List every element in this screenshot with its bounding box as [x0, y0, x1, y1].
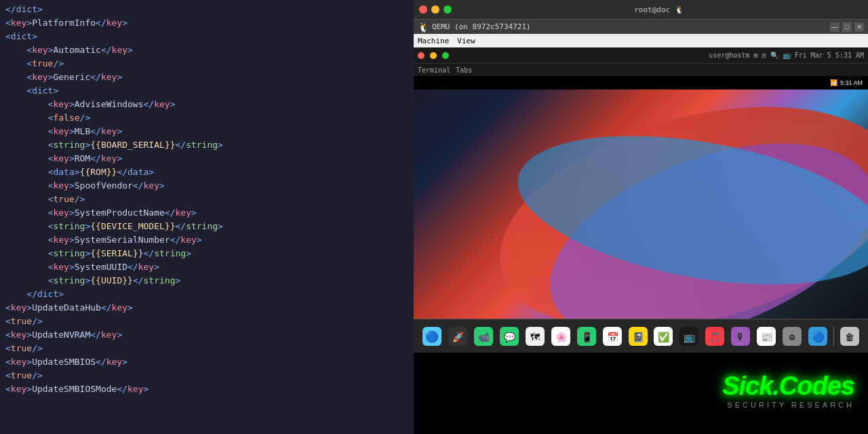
dock-notes[interactable]: 📓	[627, 324, 650, 349]
inner-topbar: user@hostm ⊞ ⊟ 🔍 📺 Fri Mar 5 5:31 AM	[414, 47, 868, 64]
svg-text:📹: 📹	[477, 332, 490, 343]
macos-wifi-icon: 📶	[830, 79, 837, 86]
code-line: <string>{{UUID}}</string>	[0, 274, 414, 288]
qemu-titlebar: 🐧 QEMU (on 8972c5734721) — □ ✕	[414, 19, 868, 34]
dock-music[interactable]: 🎵	[703, 324, 726, 349]
qemu-close-button[interactable]: ✕	[854, 22, 864, 32]
inner-user: user@hostm	[709, 52, 749, 59]
svg-text:📱: 📱	[580, 332, 593, 343]
inner-icon3: 🔍	[770, 52, 778, 59]
code-line: <key>UpdateDataHub</key>	[0, 301, 414, 315]
dock-tv[interactable]: 📺	[677, 324, 701, 349]
qemu-window: 🐧 QEMU (on 8972c5734721) — □ ✕ Machine V…	[414, 19, 868, 353]
svg-text:🔵: 🔵	[425, 330, 439, 343]
inner-icon4: 📺	[783, 52, 791, 59]
inner-minimize-dot[interactable]	[430, 52, 437, 59]
inner-close-dot[interactable]	[418, 52, 425, 59]
code-line: <false/>	[0, 111, 414, 125]
sickcodes-subtitle: SECURITY RESEARCH	[727, 401, 854, 409]
dock-reminders[interactable]: ✅	[652, 324, 675, 349]
code-line: <true/>	[0, 193, 414, 206]
svg-text:📓: 📓	[632, 332, 644, 343]
svg-text:⚙️: ⚙️	[789, 332, 795, 342]
svg-text:✅: ✅	[658, 332, 670, 343]
dock-system-prefs[interactable]: ⚙️	[781, 324, 804, 349]
code-line: <key>MLB</key>	[0, 125, 414, 138]
datetime: Fri Mar 5 5:31 AM	[795, 52, 864, 59]
dock-launchpad[interactable]: 🚀	[446, 324, 469, 349]
terminal-maximize-dot[interactable]	[443, 5, 452, 14]
code-line: <key>ROM</key>	[0, 152, 414, 165]
dock-finder[interactable]: 🔵	[420, 324, 443, 349]
code-line: <true/>	[0, 369, 414, 382]
code-line: <key>UpdateSMBIOS</key>	[0, 355, 414, 369]
qemu-title-controls: — □ ✕	[830, 22, 864, 32]
menu-view[interactable]: View	[457, 37, 475, 45]
dock-calendar[interactable]: 📅	[601, 324, 624, 349]
dock-photos[interactable]: 🌸	[549, 324, 572, 349]
tab-bar: Terminal Tabs	[414, 64, 868, 76]
macos-time: 5:31 AM	[840, 79, 863, 86]
tab-tabs[interactable]: Tabs	[456, 66, 472, 74]
menu-machine[interactable]: Machine	[418, 37, 449, 45]
tab-terminal[interactable]: Terminal	[418, 66, 450, 74]
code-line: <key>SystemSerialNumber</key>	[0, 233, 414, 247]
dock-podcasts[interactable]: 🎙	[729, 324, 752, 349]
inner-terminal: user@hostm ⊞ ⊟ 🔍 📺 Fri Mar 5 5:31 AM Ter…	[414, 47, 868, 353]
qemu-title-text: QEMU (on 8972c5734721)	[432, 22, 531, 31]
qemu-menubar: Machine View	[414, 34, 868, 47]
dock-maps[interactable]: 🗺	[524, 324, 547, 349]
code-line: </dict>	[0, 3, 414, 16]
code-line: </dict>	[0, 288, 414, 301]
dock-trash[interactable]: 🗑	[838, 324, 861, 349]
dock-facetime[interactable]: 📹	[472, 324, 495, 349]
code-editor: </dict> <key>PlatformInfo</key> <dict> <…	[0, 0, 414, 434]
code-line: <key>Automatic</key>	[0, 43, 414, 57]
svg-text:🌸: 🌸	[555, 332, 567, 343]
svg-text:📅: 📅	[606, 332, 618, 343]
terminal-close-dot[interactable]	[419, 5, 427, 14]
macos-topbar-icons: 📶 5:31 AM	[830, 79, 863, 86]
macos-topbar: 📶 5:31 AM	[414, 76, 868, 90]
dock-separator	[833, 326, 834, 347]
code-line: <key>AdviseWindows</key>	[0, 98, 414, 111]
dock-messages[interactable]: 💬	[498, 324, 521, 349]
code-line: <key>UpdateSMBIOSMode</key>	[0, 382, 414, 396]
svg-text:🔵: 🔵	[812, 332, 825, 343]
dock-unknown[interactable]: 🔵	[806, 324, 829, 349]
inner-icon1: ⊞	[754, 52, 758, 59]
inner-maximize-dot[interactable]	[442, 52, 449, 59]
svg-text:🚀: 🚀	[452, 332, 464, 343]
sickcodes-branding: Sick.Codes SECURITY RESEARCH	[414, 353, 868, 434]
svg-text:📺: 📺	[684, 332, 696, 343]
code-line: <key>UpdateNVRAM</key>	[0, 328, 414, 342]
svg-text:🎙: 🎙	[736, 332, 745, 342]
code-line: <true/>	[0, 342, 414, 355]
macos-dock: 🔵 🚀 📹 💬 🗺 🌸	[414, 319, 868, 353]
dock-facetime2[interactable]: 📱	[575, 324, 598, 349]
code-line: <string>{{BOARD_SERIAL}}</string>	[0, 138, 414, 152]
svg-text:🗺: 🗺	[530, 332, 540, 342]
code-line: <data>{{ROM}}</data>	[0, 165, 414, 179]
right-panel: root@doc 🐧 🐧 QEMU (on 8972c5734721) — □ …	[414, 0, 868, 434]
code-line: <key>PlatformInfo</key>	[0, 16, 414, 30]
inner-icon2: ⊟	[762, 52, 766, 59]
qemu-icon: 🐧	[418, 22, 429, 33]
qemu-title-left: 🐧 QEMU (on 8972c5734721)	[418, 22, 531, 33]
code-line: <dict>	[0, 30, 414, 43]
svg-text:🗑: 🗑	[845, 332, 854, 342]
svg-text:📰: 📰	[761, 332, 773, 343]
code-line: <string>{{DEVICE_MODEL}}</string>	[0, 220, 414, 233]
code-line: <dict>	[0, 84, 414, 98]
macos-desktop: 📶 5:31 AM sc.c:392: :4745:(_s le or di s…	[414, 76, 868, 353]
code-line: <key>SpoofVendor</key>	[0, 179, 414, 193]
terminal-topbar: root@doc 🐧	[414, 0, 868, 19]
code-line: <key>Generic</key>	[0, 71, 414, 84]
dock-news[interactable]: 📰	[755, 324, 778, 349]
terminal-minimize-dot[interactable]	[431, 5, 439, 14]
inner-topbar-right: user@hostm ⊞ ⊟ 🔍 📺 Fri Mar 5 5:31 AM	[709, 52, 864, 59]
code-line: <true/>	[0, 315, 414, 328]
qemu-maximize-button[interactable]: □	[842, 22, 852, 32]
qemu-minimize-button[interactable]: —	[830, 22, 840, 32]
terminal-window-title: root@doc 🐧	[456, 5, 863, 14]
